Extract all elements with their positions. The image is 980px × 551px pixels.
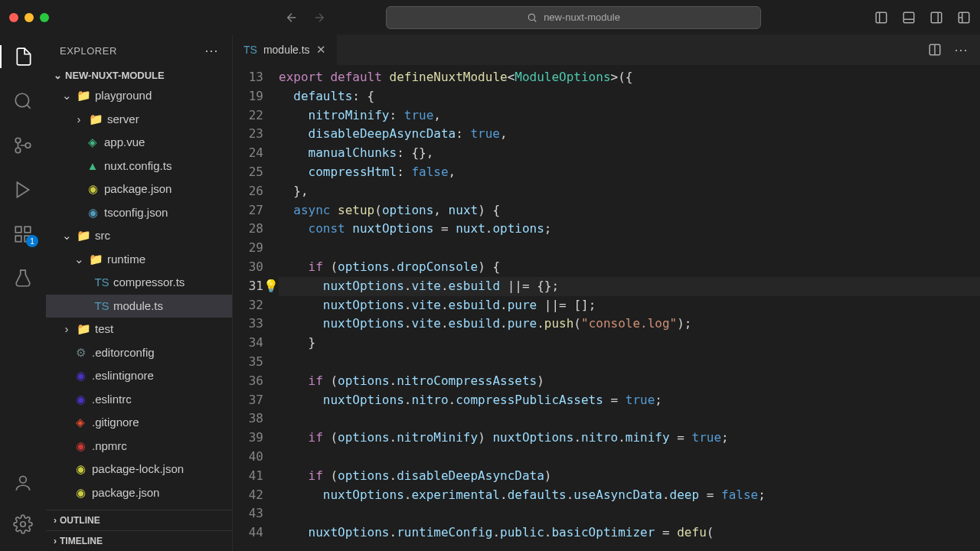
line-gutter: 1319222324252627282930313233343536373839… [233, 68, 279, 551]
svg-point-13 [20, 476, 27, 483]
svg-point-6 [15, 138, 21, 143]
svg-point-5 [15, 93, 28, 106]
maximize-window[interactable] [40, 13, 49, 22]
folder-test[interactable]: ›📁test [46, 318, 232, 341]
svg-point-14 [21, 522, 26, 527]
folder-server[interactable]: ›📁server [46, 108, 232, 132]
file-editorconfig[interactable]: ⚙.editorconfig [46, 341, 232, 365]
forward-icon[interactable] [312, 11, 326, 24]
folder-runtime[interactable]: ⌄📁runtime [46, 248, 232, 272]
sidebar: EXPLORER ⋯ ⌄ NEW-NUXT-MODULE ⌄📁playgroun… [46, 34, 233, 551]
file-package-json-root[interactable]: ◉package.json [46, 481, 232, 505]
file-module[interactable]: TSmodule.ts [46, 295, 232, 318]
back-icon[interactable] [285, 11, 299, 24]
svg-rect-2 [903, 12, 914, 23]
tab-bar: TS module.ts ✕ ⋯ [233, 34, 980, 65]
folder-playground[interactable]: ⌄📁playground [46, 84, 232, 108]
debug-view-icon[interactable] [0, 178, 46, 201]
close-tab-icon[interactable]: ✕ [316, 43, 326, 57]
file-compressor[interactable]: TScompressor.ts [46, 271, 232, 295]
close-window[interactable] [9, 13, 18, 22]
sidebar-title: EXPLORER [60, 45, 117, 57]
nav-arrows [285, 11, 326, 24]
project-header[interactable]: ⌄ NEW-NUXT-MODULE [46, 67, 232, 84]
folder-src[interactable]: ⌄📁src [46, 224, 232, 248]
code-editor[interactable]: 1319222324252627282930313233343536373839… [233, 65, 980, 551]
file-gitignore[interactable]: ◈.gitignore [46, 411, 232, 435]
code-content[interactable]: export default defineNuxtModule<ModuleOp… [279, 68, 980, 551]
window-controls [9, 13, 49, 22]
timeline-section[interactable]: ›TIMELINE [46, 530, 232, 551]
svg-rect-10 [24, 227, 31, 233]
customize-layout-icon[interactable] [957, 11, 971, 24]
sidebar-more-icon[interactable]: ⋯ [204, 42, 219, 59]
file-eslintignore[interactable]: ◉.eslintignore [46, 364, 232, 388]
outline-section[interactable]: ›OUTLINE [46, 510, 232, 530]
svg-rect-3 [931, 12, 942, 23]
svg-rect-9 [15, 227, 21, 233]
layout-primary-icon[interactable] [874, 11, 888, 24]
split-editor-icon[interactable] [928, 43, 942, 57]
file-eslintrc[interactable]: ◉.eslintrc [46, 388, 232, 412]
tab-label: module.ts [263, 44, 310, 56]
file-package-json[interactable]: ◉package.json [46, 178, 232, 201]
project-name: NEW-NUXT-MODULE [65, 70, 165, 81]
editor: TS module.ts ✕ ⋯ 13192223242526272829303… [233, 34, 980, 551]
search-text: new-nuxt-module [544, 11, 620, 23]
editor-more-icon[interactable]: ⋯ [954, 41, 968, 58]
search-view-icon[interactable] [0, 90, 46, 112]
testing-view-icon[interactable] [0, 267, 46, 290]
layout-secondary-icon[interactable] [929, 11, 943, 24]
svg-point-8 [25, 143, 31, 148]
search-icon [527, 12, 537, 23]
file-npmrc[interactable]: ◉.npmrc [46, 435, 232, 458]
lightbulb-icon[interactable]: 💡 [263, 277, 279, 296]
explorer-view-icon[interactable] [0, 45, 46, 68]
minimize-window[interactable] [24, 13, 34, 22]
activity-bar: 1 [0, 34, 46, 551]
layout-panel-icon[interactable] [902, 11, 916, 24]
extensions-view-icon[interactable]: 1 [0, 223, 46, 246]
svg-point-7 [15, 148, 21, 153]
svg-point-0 [528, 14, 534, 20]
file-app-vue[interactable]: ◈app.vue [46, 131, 232, 155]
command-center[interactable]: new-nuxt-module [386, 6, 761, 29]
file-package-lock[interactable]: ◉package-lock.json [46, 458, 232, 481]
ts-file-icon: TS [243, 44, 257, 56]
source-control-icon[interactable] [0, 134, 46, 157]
extensions-badge: 1 [26, 235, 38, 247]
tab-module[interactable]: TS module.ts ✕ [233, 34, 338, 65]
svg-rect-11 [15, 236, 21, 242]
settings-gear-icon[interactable] [13, 513, 33, 536]
svg-rect-1 [876, 12, 887, 23]
titlebar: new-nuxt-module [0, 0, 980, 34]
file-tsconfig[interactable]: ◉tsconfig.json [46, 201, 232, 225]
accounts-icon[interactable] [13, 471, 33, 494]
file-nuxt-config[interactable]: ▲nuxt.config.ts [46, 155, 232, 178]
